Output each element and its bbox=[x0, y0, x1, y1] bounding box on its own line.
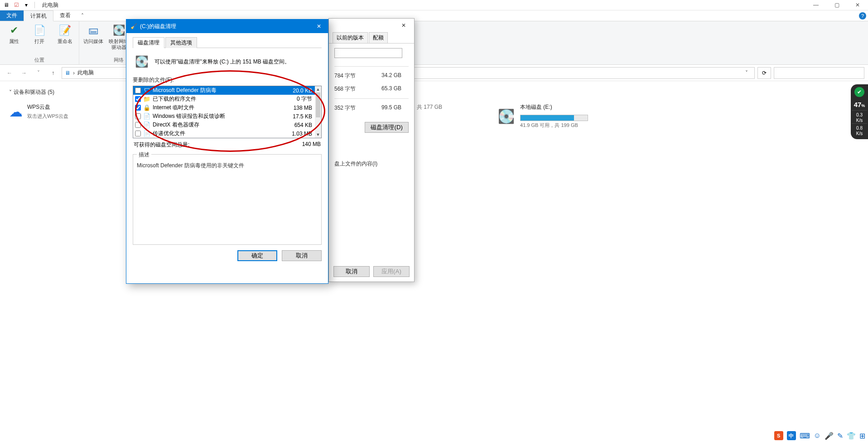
nav-back-button[interactable]: ← bbox=[4, 67, 15, 79]
file-checkbox[interactable] bbox=[135, 87, 141, 93]
shield-icon: ✔ bbox=[854, 87, 864, 97]
file-list-row[interactable]: 📄Windows 错误报告和反馈诊断17.5 KB bbox=[133, 112, 315, 121]
ime-language-icon[interactable]: 中 bbox=[787, 431, 796, 440]
file-checkbox[interactable] bbox=[135, 113, 141, 119]
total-gain-row: 可获得的磁盘空间总量: 140 MB bbox=[133, 138, 322, 151]
refresh-button[interactable]: ⟳ bbox=[757, 67, 771, 79]
media-icon: 🖴 bbox=[86, 23, 101, 38]
scroll-thumb[interactable] bbox=[316, 92, 320, 117]
file-checkbox[interactable] bbox=[135, 105, 141, 111]
tray-icon[interactable]: ✎ bbox=[837, 432, 843, 440]
window-controls: — ▢ ✕ bbox=[805, 0, 868, 10]
tray-icon[interactable]: ⊞ bbox=[859, 432, 865, 440]
file-list-row[interactable]: 📄DirectX 着色器缓存654 KB bbox=[133, 121, 315, 129]
tray-icon[interactable]: 🎤 bbox=[825, 432, 834, 440]
maximize-button[interactable]: ▢ bbox=[826, 0, 847, 10]
files-list[interactable]: 🛡Microsoft Defender 防病毒20.0 KB📁已下载的程序文件0… bbox=[133, 86, 322, 138]
ribbon-open[interactable]: 📄 打开 bbox=[29, 23, 50, 44]
dialog-title: (C:)的磁盘清理 bbox=[140, 23, 307, 30]
drive-subtext: 41.9 GB 可用，共 199 GB bbox=[520, 122, 588, 129]
file-list-row[interactable]: 📄传递优化文件1.03 MB bbox=[133, 129, 315, 138]
file-list-row[interactable]: 📁已下载的程序文件0 字节 bbox=[133, 95, 315, 103]
rename-icon: 📝 bbox=[58, 23, 72, 38]
ribbon-access-media[interactable]: 🖴 访问媒体 bbox=[83, 23, 104, 44]
drive-icon: 💽 bbox=[135, 54, 149, 69]
pc-icon: 🖥 bbox=[65, 70, 70, 76]
scroll-down-icon[interactable]: ▼ bbox=[315, 131, 321, 138]
ribbon-tab-file[interactable]: 文件 bbox=[0, 10, 24, 21]
drive-local-e[interactable]: 💽 本地磁盘 (E:) 41.9 GB 可用，共 199 GB bbox=[497, 103, 610, 129]
description-legend: 描述 bbox=[137, 151, 151, 159]
properties-icon: ✔ bbox=[7, 23, 21, 38]
file-list-row[interactable]: 🛡Microsoft Defender 防病毒20.0 KB bbox=[133, 86, 315, 95]
disk-cleanup-button[interactable]: 磁盘清理(D) bbox=[365, 122, 409, 133]
file-size: 0 字节 bbox=[297, 95, 313, 103]
props-row: 352 字节99.5 GB bbox=[334, 102, 409, 115]
file-name: 已下载的程序文件 bbox=[153, 95, 294, 103]
qat-checkbox-icon[interactable]: ☑ bbox=[13, 1, 20, 9]
minimize-button[interactable]: — bbox=[805, 0, 826, 10]
drive-subtext: 双击进入WPS云盘 bbox=[27, 113, 68, 120]
ok-button[interactable]: 确定 bbox=[237, 250, 277, 261]
cancel-button[interactable]: 取消 bbox=[333, 266, 370, 277]
qat-dropdown-icon[interactable]: ▾ bbox=[23, 1, 30, 9]
map-drive-icon: 💽 bbox=[111, 23, 126, 38]
props-checkbox-text[interactable]: 盘上文件的内容(I) bbox=[334, 133, 409, 168]
disk-cleanup-dialog[interactable]: 🧹 (C:)的磁盘清理 ✕ 磁盘清理 其他选项 💽 可以使用"磁盘清理"来释放 … bbox=[126, 19, 328, 284]
file-size: 138 MB bbox=[294, 105, 313, 111]
scrollbar[interactable]: ▲ ▼ bbox=[315, 86, 321, 138]
nav-forward-button[interactable]: → bbox=[18, 67, 30, 79]
file-checkbox[interactable] bbox=[135, 122, 141, 128]
file-checkbox[interactable] bbox=[135, 96, 141, 102]
file-name: Windows 错误报告和反馈诊断 bbox=[153, 112, 290, 120]
edge-monitor-widget[interactable]: ✔ 47% 0.3K/s 0.8K/s bbox=[851, 84, 868, 139]
tab-previous-versions[interactable]: 以前的版本 bbox=[333, 32, 368, 43]
dialog-titlebar[interactable]: ✕ bbox=[329, 19, 414, 32]
volume-label-input[interactable] bbox=[334, 48, 402, 58]
chevron-down-icon: ˅ bbox=[9, 89, 12, 96]
file-name: Microsoft Defender 防病毒 bbox=[153, 87, 290, 94]
ribbon-rename[interactable]: 📝 重命名 bbox=[54, 23, 75, 44]
nav-up-button[interactable]: ↑ bbox=[47, 67, 59, 79]
properties-dialog[interactable]: ✕ 以前的版本 配额 784 字节34.2 GB 568 字节65.3 GB 3… bbox=[328, 18, 415, 282]
ribbon-properties[interactable]: ✔ 属性 bbox=[4, 23, 24, 44]
ribbon-tab-computer[interactable]: 计算机 bbox=[24, 10, 53, 21]
breadcrumb[interactable]: 此电脑 bbox=[77, 69, 94, 77]
sogou-ime-icon[interactable]: S bbox=[774, 431, 783, 440]
file-checkbox[interactable] bbox=[135, 131, 141, 136]
close-button[interactable]: ✕ bbox=[310, 19, 328, 33]
address-dropdown-icon[interactable]: ˅ bbox=[742, 70, 752, 76]
scroll-up-icon[interactable]: ▲ bbox=[315, 86, 321, 92]
drive-usage-bar bbox=[520, 115, 588, 121]
file-name: 传递优化文件 bbox=[153, 130, 289, 137]
ribbon-tab-view[interactable]: 查看 bbox=[53, 10, 77, 21]
tab-quota[interactable]: 配额 bbox=[369, 32, 388, 43]
close-button[interactable]: ✕ bbox=[847, 0, 868, 10]
dialog-titlebar[interactable]: 🧹 (C:)的磁盘清理 ✕ bbox=[126, 19, 328, 33]
group-label: 网络 bbox=[114, 57, 124, 64]
tab-more-options[interactable]: 其他选项 bbox=[165, 37, 197, 48]
search-input[interactable] bbox=[774, 67, 864, 79]
app-icon: 🖥 bbox=[3, 1, 10, 9]
tray-icon[interactable]: 👕 bbox=[847, 432, 856, 440]
drive-wps-cloud[interactable]: ☁ WPS云盘 双击进入WPS云盘 bbox=[9, 103, 122, 120]
file-type-icon: 📄 bbox=[143, 121, 150, 129]
tab-disk-cleanup[interactable]: 磁盘清理 bbox=[133, 37, 164, 48]
ribbon-group-location: ✔ 属性 📄 打开 📝 重命名 位置 bbox=[0, 21, 79, 64]
tray-icon[interactable]: ⌨ bbox=[800, 432, 810, 440]
nav-recent-dropdown[interactable]: ˅ bbox=[33, 67, 44, 79]
cancel-button[interactable]: 取消 bbox=[282, 250, 322, 261]
file-list-row[interactable]: 🔒Internet 临时文件138 MB bbox=[133, 103, 315, 112]
props-row: 784 字节34.2 GB bbox=[334, 69, 409, 83]
disk-cleanup-icon: 🧹 bbox=[130, 23, 137, 30]
file-type-icon: 📄 bbox=[143, 113, 150, 120]
close-button[interactable]: ✕ bbox=[397, 20, 410, 30]
tray-icons: S 中 ⌨ ☺ 🎤 ✎ 👕 ⊞ bbox=[774, 431, 865, 440]
ribbon-help-button[interactable]: ? bbox=[857, 10, 868, 21]
file-size: 17.5 KB bbox=[293, 113, 313, 120]
cloud-icon: ☁ bbox=[9, 104, 23, 120]
tray-icon[interactable]: ☺ bbox=[814, 432, 821, 440]
file-size: 1.03 MB bbox=[292, 131, 313, 137]
ribbon-collapse-button[interactable]: ˄ bbox=[77, 10, 88, 21]
props-row: 568 字节65.3 GB bbox=[334, 83, 409, 96]
